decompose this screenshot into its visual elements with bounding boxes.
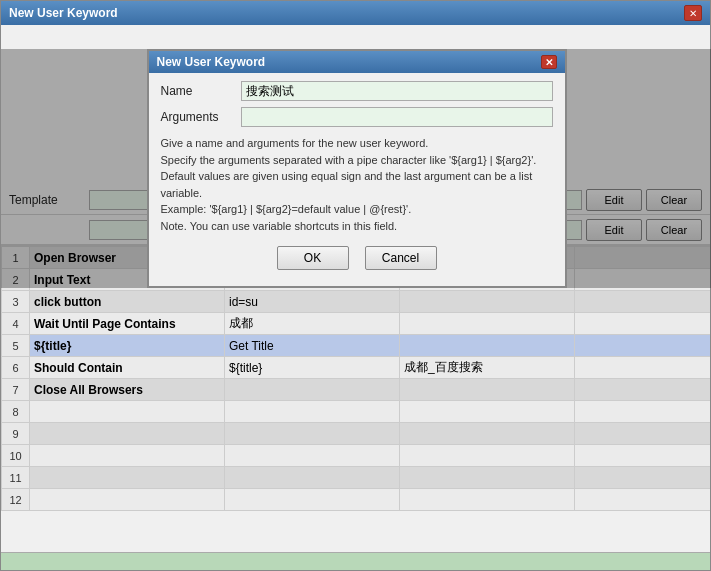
table-cell[interactable] [575,357,711,379]
keyword-table-container: 1Open Browserhttp://www.baidu.com2Input … [1,245,710,552]
table-cell[interactable] [30,489,225,511]
table-cell[interactable] [225,401,400,423]
table-cell[interactable] [225,467,400,489]
dialog-overlay: New User Keyword ✕ Name Arguments Give a… [1,49,711,288]
row-number: 5 [2,335,30,357]
title-bar: New User Keyword ✕ [1,1,710,25]
table-cell[interactable]: ${title} [225,357,400,379]
arguments-input[interactable] [241,107,553,127]
name-input[interactable] [241,81,553,101]
table-cell[interactable] [30,423,225,445]
row-number: 11 [2,467,30,489]
desc-line1: Give a name and arguments for the new us… [161,135,553,152]
dialog-title-bar: New User Keyword ✕ [149,51,565,73]
row-number: 8 [2,401,30,423]
table-cell[interactable]: 成都 [225,313,400,335]
main-window: New User Keyword ✕ New User Keyword ✕ Na… [0,0,711,571]
cancel-button[interactable]: Cancel [365,246,437,270]
table-cell[interactable] [575,379,711,401]
desc-line2: Specify the arguments separated with a p… [161,152,553,169]
footer-bar [1,552,710,570]
table-cell[interactable] [575,335,711,357]
dialog-close-button[interactable]: ✕ [541,55,557,69]
table-cell[interactable] [400,291,575,313]
dialog-title-text: New User Keyword [157,55,266,69]
arguments-field-row: Arguments [161,107,553,127]
row-number: 4 [2,313,30,335]
window-close-button[interactable]: ✕ [684,5,702,21]
main-content: New User Keyword ✕ Name Arguments Give a… [1,25,710,570]
dialog-body: Name Arguments Give a name and arguments… [149,73,565,286]
row-number: 12 [2,489,30,511]
table-cell[interactable] [575,445,711,467]
table-cell[interactable] [30,467,225,489]
name-field-row: Name [161,81,553,101]
table-cell[interactable] [575,423,711,445]
dialog-description: Give a name and arguments for the new us… [161,135,553,234]
table-cell[interactable] [400,335,575,357]
table-cell[interactable]: click button [30,291,225,313]
table-cell[interactable] [30,401,225,423]
table-cell[interactable]: id=su [225,291,400,313]
ok-button[interactable]: OK [277,246,349,270]
table-cell[interactable]: ${title} [30,335,225,357]
row-number: 9 [2,423,30,445]
table-cell[interactable] [400,467,575,489]
row-number: 6 [2,357,30,379]
desc-line5: Note. You can use variable shortcuts in … [161,218,553,235]
table-cell[interactable] [400,423,575,445]
row-number: 7 [2,379,30,401]
table-cell[interactable] [400,445,575,467]
table-cell[interactable]: Close All Browsers [30,379,225,401]
table-cell[interactable] [400,489,575,511]
table-cell[interactable] [225,379,400,401]
table-cell[interactable] [575,467,711,489]
table-cell[interactable]: Get Title [225,335,400,357]
table-cell[interactable] [400,401,575,423]
table-cell[interactable] [225,445,400,467]
table-cell[interactable] [225,423,400,445]
desc-line4: Example: '${arg1} | ${arg2}=default valu… [161,201,553,218]
table-cell[interactable] [575,401,711,423]
row-number: 10 [2,445,30,467]
dialog: New User Keyword ✕ Name Arguments Give a… [147,49,567,288]
table-cell[interactable]: 成都_百度搜索 [400,357,575,379]
table-cell[interactable] [575,489,711,511]
table-cell[interactable] [400,379,575,401]
table-cell[interactable] [400,313,575,335]
table-cell[interactable] [225,489,400,511]
table-cell[interactable]: Wait Until Page Contains [30,313,225,335]
dialog-buttons: OK Cancel [161,246,553,270]
table-cell[interactable] [575,291,711,313]
table-cell[interactable]: Should Contain [30,357,225,379]
name-label: Name [161,84,241,98]
desc-line3: Default values are given using equal sig… [161,168,553,201]
arguments-label: Arguments [161,110,241,124]
table-cell[interactable] [575,313,711,335]
table-cell[interactable] [30,445,225,467]
window-title: New User Keyword [9,6,118,20]
row-number: 3 [2,291,30,313]
